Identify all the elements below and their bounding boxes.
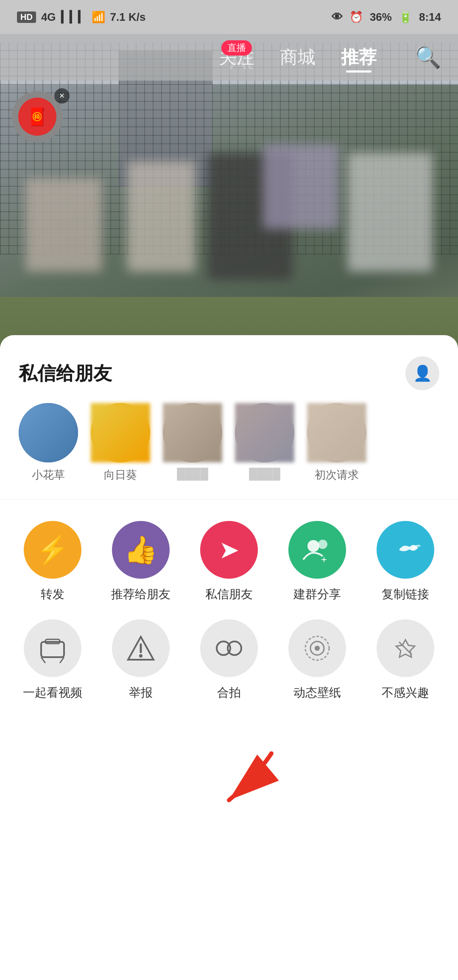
copy-icon [377,521,434,579]
action-dm[interactable]: ➤ 私信朋友 [185,517,273,607]
group-icon: + [288,521,346,579]
section-title: 私信给朋友 [19,361,112,386]
list-item[interactable]: ████ [235,403,294,482]
friend-name: ████ [249,468,280,481]
watch-label: 一起看视频 [23,685,82,701]
duet-label: 合拍 [217,685,241,701]
svg-point-1 [318,540,327,549]
report-label: 举报 [129,685,153,701]
copy-label: 复制链接 [382,586,429,602]
arrow-svg [195,745,280,813]
person-blur-5 [348,153,433,272]
live-badge: 直播 [221,40,252,56]
list-item[interactable]: 小花草 [19,403,78,482]
friend-name: 向日葵 [104,468,137,482]
wallpaper-label: 动态壁纸 [293,685,341,701]
svg-text:+: + [321,554,327,565]
wallpaper-svg [302,633,332,663]
forward-icon: ⚡ [24,521,81,579]
action-duet[interactable]: 合拍 [185,615,273,705]
group-share-svg: + [302,535,332,565]
svg-point-9 [139,654,142,658]
red-envelope-icon: 🧧 [18,98,56,136]
person-blur-2 [127,161,195,272]
avatar [307,403,366,462]
eye-icon: 👁 [332,11,343,24]
wifi-icon: 📶 [92,11,105,24]
avatar [19,403,78,462]
list-item[interactable]: 初次请求 [307,403,366,482]
group-label: 建群分享 [293,586,341,602]
report-icon [112,619,170,677]
person-blur-4 [263,144,339,229]
signal-bars: ▎▎▎ [61,11,87,24]
svg-line-5 [41,657,45,663]
bottom-sheet: 私信给朋友 👤 小花草 向日葵 ████ █ [0,335,458,980]
person-icon: 👤 [413,364,432,382]
section-divider [0,499,458,500]
section-header: 私信给朋友 👤 [0,335,458,403]
duet-icon [200,619,258,677]
hd-badge: HD [17,11,36,23]
network-icon: 4G [41,11,56,24]
action-group[interactable]: + 建群分享 [273,517,361,607]
alarm-icon: ⏰ [349,11,363,24]
action-wallpaper[interactable]: 动态壁纸 [273,615,361,705]
search-button[interactable]: 🔍 [415,45,441,70]
svg-line-6 [60,657,64,663]
action-watch[interactable]: 一起看视频 [8,615,97,705]
avatar [91,403,150,462]
watch-icon [24,619,81,677]
friend-name: ████ [177,468,208,481]
avatar [235,403,294,462]
svg-point-14 [315,646,320,651]
friend-name: 初次请求 [315,468,359,482]
section-icon[interactable]: 👤 [405,356,439,390]
duet-svg [214,633,244,663]
arrow-indicator [195,745,280,815]
forward-label: 转发 [41,586,64,602]
wallpaper-icon [288,619,346,677]
action-notinterested[interactable]: 不感兴趣 [361,615,450,705]
dm-icon: ➤ [200,521,258,579]
recommend-icon: 👍 [112,521,170,579]
notinterested-label: 不感兴趣 [382,685,429,701]
tab-follow[interactable]: 关注 直播 [219,45,254,69]
close-envelope-button[interactable]: × [54,88,70,104]
action-grid: ⚡ 转发 👍 推荐给朋友 ➤ 私信朋友 + [0,517,458,722]
report-svg [126,633,156,663]
list-item[interactable]: 向日葵 [91,403,150,482]
svg-point-0 [307,540,319,552]
person-blur-1 [25,178,102,272]
dm-label: 私信朋友 [205,586,253,602]
tab-recommend[interactable]: 推荐 [341,45,377,69]
list-item[interactable]: ████ [163,403,222,482]
status-right: 👁 ⏰ 36% 🔋 8:14 [332,11,441,24]
recommend-label: 推荐给朋友 [111,586,170,602]
friend-name: 小花草 [32,468,65,482]
nav-bar: 关注 直播 商城 推荐 🔍 [0,34,458,81]
battery-text: 36% [370,11,392,24]
not-interested-svg [391,633,420,663]
avatar [163,403,222,462]
speed-text: 7.1 K/s [110,11,146,24]
friends-row[interactable]: 小花草 向日葵 ████ ████ 初次请求 [0,403,458,499]
status-left: HD 4G ▎▎▎ 📶 7.1 K/s [17,11,145,24]
tab-shop[interactable]: 商城 [280,45,316,69]
action-recommend[interactable]: 👍 推荐给朋友 [97,517,185,607]
action-copy[interactable]: 复制链接 [361,517,450,607]
copy-link-svg [391,535,420,565]
action-forward[interactable]: ⚡ 转发 [8,517,97,607]
watch-together-svg [38,633,67,663]
nav-tabs: 关注 直播 商城 推荐 🔍 [219,45,441,70]
status-bar: HD 4G ▎▎▎ 📶 7.1 K/s 👁 ⏰ 36% 🔋 8:14 [0,0,458,34]
time-text: 8:14 [419,11,441,24]
notinterested-icon [377,619,434,677]
battery-icon: 🔋 [399,11,412,24]
action-report[interactable]: 举报 [97,615,185,705]
